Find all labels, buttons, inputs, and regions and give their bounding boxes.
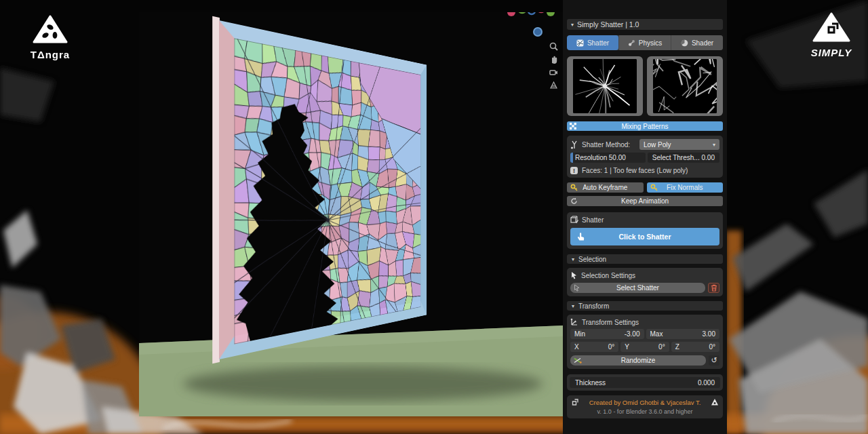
randomize-label: Randomize bbox=[621, 357, 656, 364]
shatter-section-title: Shatter bbox=[582, 216, 604, 224]
radial-pattern-preview[interactable] bbox=[567, 56, 643, 116]
shatter-method-dropdown[interactable]: Low Poly ▾ bbox=[639, 139, 719, 150]
keyframe-key-icon bbox=[570, 184, 578, 191]
shuffle-random-icon bbox=[574, 357, 582, 364]
reset-undo-button[interactable]: ↺ bbox=[709, 355, 719, 366]
cube-edit-icon bbox=[570, 216, 578, 224]
selection-settings-box: Selection Settings Select Shatter bbox=[567, 268, 723, 296]
auto-keyframe-label: Auto Keyframe bbox=[583, 184, 627, 191]
panel-title: Simply Shatter | 1.0 bbox=[577, 20, 639, 28]
simply-logo-text: SIMPLY bbox=[806, 47, 857, 58]
thickness-field[interactable]: Thickness 0.000 bbox=[570, 377, 720, 388]
shatter-settings-box: Shatter Method: Low Poly ▾ Resolution 50… bbox=[567, 136, 723, 178]
tool-probe-icon bbox=[570, 140, 578, 149]
x-label: X bbox=[574, 343, 579, 351]
auto-keyframe-button[interactable]: Auto Keyframe bbox=[567, 182, 644, 193]
camera-icon[interactable] bbox=[549, 68, 558, 77]
chevron-down-icon: ▾ bbox=[713, 142, 715, 148]
faces-info-text: Faces: 1 | Too few faces (Low poly) bbox=[582, 167, 688, 174]
credits-box: Created by Omid Ghotbi & Vjaceslav T. v.… bbox=[567, 395, 723, 418]
transform-settings-box: Transform Settings Min -3.00 Max 3.00 X bbox=[567, 315, 723, 369]
viewport-toolbar bbox=[549, 42, 558, 90]
tab-shader[interactable]: Shader bbox=[671, 35, 723, 50]
selection-settings-label: Selection Settings bbox=[581, 272, 635, 279]
thickness-box: Thickness 0.000 bbox=[567, 374, 723, 391]
checker-icon bbox=[570, 123, 576, 130]
selection-header-label: Selection bbox=[578, 256, 606, 263]
pan-hand-icon[interactable] bbox=[549, 55, 558, 64]
select-shatter-button[interactable]: Select Shatter bbox=[570, 283, 705, 293]
tab-bar: Shatter Physics Shader bbox=[567, 35, 723, 50]
fix-normals-label: Fix Normals bbox=[667, 184, 703, 191]
slider-fill bbox=[570, 153, 573, 163]
simply-mini-icon bbox=[571, 398, 579, 406]
resolution-value: 50.00 bbox=[609, 154, 626, 161]
move-gizmo-dot[interactable] bbox=[533, 27, 542, 37]
collapse-chevron-icon: ▾ bbox=[571, 22, 574, 28]
min-field[interactable]: Min -3.00 bbox=[570, 329, 644, 339]
keep-animation-button[interactable]: Keep Animation bbox=[567, 196, 723, 206]
caret-down-icon: ▾ bbox=[572, 256, 574, 262]
max-value: 3.00 bbox=[703, 330, 715, 338]
shatter-action-box: Shatter Click to Shatter bbox=[567, 212, 723, 249]
simply-shatter-panel: ▾ Simply Shatter | 1.0 Shatter bbox=[563, 0, 727, 434]
rotation-x-field[interactable]: X 0° bbox=[570, 342, 618, 352]
shatter-method-value: Low Poly bbox=[644, 141, 671, 149]
grid-ortho-icon[interactable] bbox=[549, 81, 558, 90]
rotation-y-field[interactable]: Y 0° bbox=[620, 342, 669, 352]
cursor-icon bbox=[570, 271, 578, 279]
select-cursor-icon bbox=[574, 284, 580, 292]
rotation-z-field[interactable]: Z 0° bbox=[671, 342, 719, 352]
threshold-value: 0.00 bbox=[702, 154, 715, 161]
min-label: Min bbox=[574, 330, 585, 338]
version-text: v. 1.0 - for Blender 3.6.0 and higher bbox=[571, 408, 719, 415]
y-value: 0° bbox=[658, 343, 665, 351]
mixing-patterns-button[interactable]: Mixing Patterns bbox=[567, 121, 723, 131]
select-threshold-field[interactable]: Select Thresh... 0.00 bbox=[648, 153, 719, 163]
select-shatter-label: Select Shatter bbox=[616, 284, 659, 292]
tangra-mini-icon bbox=[711, 398, 719, 406]
3d-viewport[interactable] bbox=[139, 12, 563, 416]
simply-triangle-icon bbox=[812, 12, 850, 43]
tangra-logo: TΔngra bbox=[18, 15, 83, 60]
tab-shatter[interactable]: Shatter bbox=[567, 35, 619, 50]
click-to-shatter-button[interactable]: Click to Shatter bbox=[570, 228, 719, 245]
threshold-label: Select Thresh... bbox=[652, 154, 700, 161]
tab-physics-label: Physics bbox=[639, 39, 662, 47]
max-field[interactable]: Max 3.00 bbox=[646, 329, 720, 339]
animation-cycle-icon bbox=[570, 197, 578, 205]
thickness-label: Thickness bbox=[575, 379, 606, 387]
tab-shader-label: Shader bbox=[692, 39, 713, 47]
fix-normals-button[interactable]: Fix Normals bbox=[647, 182, 724, 193]
selection-section-header[interactable]: ▾ Selection bbox=[567, 254, 723, 264]
transform-section-header[interactable]: ▾ Transform bbox=[567, 301, 723, 311]
picture-frame bbox=[219, 20, 427, 359]
web-crack-image bbox=[653, 59, 717, 113]
trash-icon bbox=[711, 284, 717, 292]
caret-down-icon: ▾ bbox=[572, 303, 574, 309]
panel-header[interactable]: ▾ Simply Shatter | 1.0 bbox=[567, 19, 723, 30]
frame-border bbox=[219, 20, 427, 359]
undo-icon: ↺ bbox=[711, 357, 717, 364]
click-to-shatter-label: Click to Shatter bbox=[618, 233, 671, 241]
z-label: Z bbox=[675, 343, 679, 351]
resolution-slider[interactable]: Resolution 50.00 bbox=[570, 153, 646, 163]
delete-shatter-button[interactable] bbox=[708, 283, 719, 293]
web-pattern-preview[interactable] bbox=[647, 56, 723, 116]
axis-gizmo[interactable] bbox=[505, 12, 559, 31]
z-value: 0° bbox=[709, 343, 715, 351]
tab-shatter-label: Shatter bbox=[587, 39, 609, 47]
radial-crack-image bbox=[573, 59, 637, 113]
zoom-icon[interactable] bbox=[549, 42, 558, 51]
credit-text: Created by Omid Ghotbi & Vjaceslav T. bbox=[583, 399, 707, 406]
y-label: Y bbox=[625, 343, 629, 351]
pattern-previews bbox=[567, 56, 723, 116]
mixing-patterns-label: Mixing Patterns bbox=[622, 123, 669, 130]
randomize-button[interactable]: Randomize bbox=[570, 355, 706, 366]
thickness-value: 0.000 bbox=[698, 379, 715, 387]
move-arrows-icon bbox=[570, 318, 578, 326]
tab-physics[interactable]: Physics bbox=[619, 35, 671, 50]
tangra-logo-text: TΔngra bbox=[18, 49, 83, 60]
max-label: Max bbox=[650, 330, 663, 338]
shattered-glass bbox=[235, 38, 421, 344]
